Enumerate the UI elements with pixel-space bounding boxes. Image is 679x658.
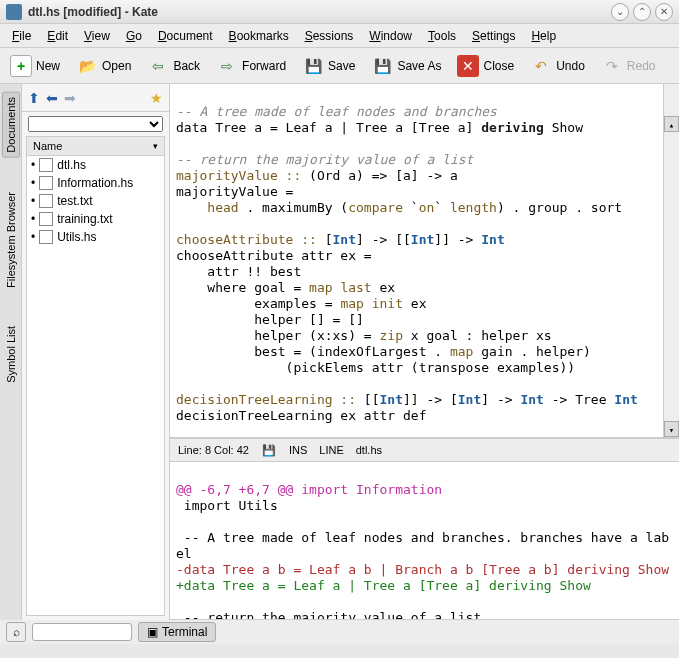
- find-icon[interactable]: ⌕: [6, 622, 26, 642]
- dot-icon: •: [31, 194, 35, 208]
- back-button[interactable]: ⇦Back: [143, 53, 204, 79]
- back-label: Back: [173, 59, 200, 73]
- menu-view[interactable]: View: [76, 27, 118, 45]
- find-input[interactable]: [32, 623, 132, 641]
- menu-tools[interactable]: Tools: [420, 27, 464, 45]
- tab-documents[interactable]: Documents: [2, 92, 20, 158]
- file-item[interactable]: •test.txt: [27, 192, 164, 210]
- menu-bookmarks[interactable]: Bookmarks: [221, 27, 297, 45]
- file-list: •dtl.hs •Information.hs •test.txt •train…: [26, 156, 165, 616]
- menu-file[interactable]: File: [4, 27, 39, 45]
- bookmark-star-icon[interactable]: ★: [150, 90, 163, 106]
- new-button[interactable]: +New: [6, 53, 64, 79]
- file-icon: [39, 194, 53, 208]
- menu-sessions[interactable]: Sessions: [297, 27, 362, 45]
- status-bar: Line: 8 Col: 42 💾 INS LINE dtl.hs: [170, 438, 679, 462]
- menu-window[interactable]: Window: [361, 27, 420, 45]
- filename-label: dtl.hs: [356, 444, 382, 456]
- line-mode[interactable]: LINE: [319, 444, 343, 456]
- folder-open-icon: 📂: [76, 55, 98, 77]
- window-minimize-button[interactable]: ⌄: [611, 3, 629, 21]
- menu-go[interactable]: Go: [118, 27, 150, 45]
- scroll-down-icon[interactable]: ▾: [664, 421, 679, 437]
- close-label: Close: [483, 59, 514, 73]
- header-name-label: Name: [33, 140, 62, 152]
- close-button[interactable]: ✕Close: [453, 53, 518, 79]
- file-icon: [39, 176, 53, 190]
- forward-label: Forward: [242, 59, 286, 73]
- diff-view[interactable]: @@ -6,7 +6,7 @@ import Information impor…: [170, 462, 679, 620]
- dot-icon: •: [31, 230, 35, 244]
- file-item[interactable]: •training.txt: [27, 210, 164, 228]
- saveas-button[interactable]: 💾Save As: [367, 53, 445, 79]
- menu-edit[interactable]: Edit: [39, 27, 76, 45]
- file-item[interactable]: •Utils.hs: [27, 228, 164, 246]
- side-tabs: Documents Filesystem Browser Symbol List: [0, 84, 22, 620]
- terminal-label: Terminal: [162, 625, 207, 639]
- arrow-left-icon: ⇦: [147, 55, 169, 77]
- redo-button[interactable]: ↷Redo: [597, 53, 660, 79]
- floppy-pen-icon: 💾: [371, 55, 393, 77]
- scroll-up-icon[interactable]: ▴: [664, 116, 679, 132]
- undo-label: Undo: [556, 59, 585, 73]
- menubar: File Edit View Go Document Bookmarks Ses…: [0, 24, 679, 48]
- window-title: dtl.hs [modified] - Kate: [28, 5, 607, 19]
- vertical-scrollbar[interactable]: ▴ ▾: [663, 84, 679, 437]
- terminal-icon: ▣: [147, 625, 158, 639]
- tab-symbol-list[interactable]: Symbol List: [3, 322, 19, 387]
- bottom-bar: ⌕ ▣ Terminal: [0, 620, 679, 644]
- toolbar: +New 📂Open ⇦Back ⇨Forward 💾Save 💾Save As…: [0, 48, 679, 84]
- save-status-icon[interactable]: 💾: [261, 442, 277, 458]
- dot-icon: •: [31, 158, 35, 172]
- forward-button[interactable]: ⇨Forward: [212, 53, 290, 79]
- window-close-button[interactable]: ✕: [655, 3, 673, 21]
- dot-icon: •: [31, 176, 35, 190]
- saveas-label: Save As: [397, 59, 441, 73]
- close-icon: ✕: [457, 55, 479, 77]
- file-icon: [39, 158, 53, 172]
- tab-filesystem-browser[interactable]: Filesystem Browser: [3, 188, 19, 292]
- file-list-header[interactable]: Name ▾: [26, 136, 165, 156]
- menu-settings[interactable]: Settings: [464, 27, 523, 45]
- file-item[interactable]: •dtl.hs: [27, 156, 164, 174]
- nav-back-icon[interactable]: ⬅: [46, 90, 58, 106]
- redo-label: Redo: [627, 59, 656, 73]
- menu-help[interactable]: Help: [523, 27, 564, 45]
- redo-icon: ↷: [601, 55, 623, 77]
- file-icon: [39, 230, 53, 244]
- file-item[interactable]: •Information.hs: [27, 174, 164, 192]
- file-icon: [39, 212, 53, 226]
- sort-arrow-icon: ▾: [153, 141, 158, 151]
- floppy-icon: 💾: [302, 55, 324, 77]
- open-label: Open: [102, 59, 131, 73]
- insert-mode[interactable]: INS: [289, 444, 307, 456]
- nav-forward-icon[interactable]: ➡: [64, 90, 76, 106]
- new-label: New: [36, 59, 60, 73]
- nav-up-icon[interactable]: ⬆: [28, 90, 40, 106]
- save-label: Save: [328, 59, 355, 73]
- cursor-position: Line: 8 Col: 42: [178, 444, 249, 456]
- dot-icon: •: [31, 212, 35, 226]
- code-editor[interactable]: -- A tree made of leaf nodes and branche…: [170, 84, 679, 438]
- menu-document[interactable]: Document: [150, 27, 221, 45]
- new-icon: +: [10, 55, 32, 77]
- undo-button[interactable]: ↶Undo: [526, 53, 589, 79]
- terminal-tab[interactable]: ▣ Terminal: [138, 622, 216, 642]
- open-button[interactable]: 📂Open: [72, 53, 135, 79]
- save-button[interactable]: 💾Save: [298, 53, 359, 79]
- file-panel: ⬆ ⬅ ➡ ★ Name ▾ •dtl.hs •Information.hs •…: [22, 84, 170, 620]
- window-maximize-button[interactable]: ⌃: [633, 3, 651, 21]
- undo-icon: ↶: [530, 55, 552, 77]
- arrow-right-icon: ⇨: [216, 55, 238, 77]
- app-icon: [6, 4, 22, 20]
- path-combo[interactable]: [28, 116, 163, 132]
